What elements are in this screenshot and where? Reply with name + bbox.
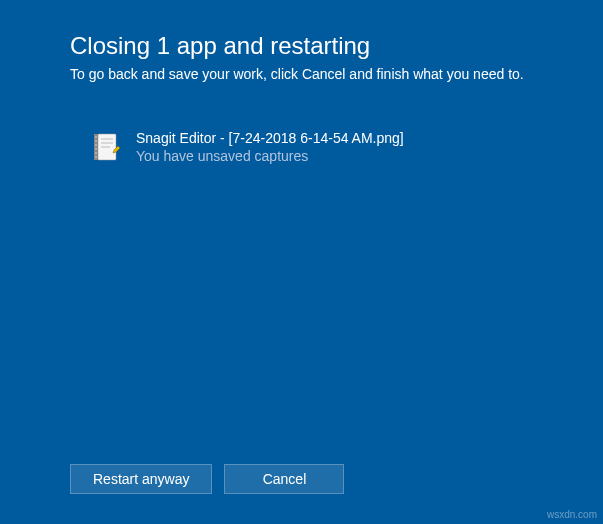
dialog-title: Closing 1 app and restarting [70,32,533,60]
svg-point-5 [95,148,97,150]
watermark: wsxdn.com [547,509,597,520]
svg-point-3 [95,140,97,142]
cancel-button[interactable]: Cancel [224,464,344,494]
svg-point-4 [95,144,97,146]
svg-point-7 [95,156,97,158]
dialog-subtitle: To go back and save your work, click Can… [70,66,533,82]
svg-point-2 [95,136,97,138]
app-status: You have unsaved captures [136,148,404,164]
svg-point-6 [95,152,97,154]
restart-anyway-button[interactable]: Restart anyway [70,464,212,494]
app-list-item: Snagit Editor - [7-24-2018 6-14-54 AM.pn… [92,130,533,164]
notepad-icon [92,132,120,164]
button-row: Restart anyway Cancel [70,464,344,494]
svg-rect-1 [94,134,98,160]
app-name: Snagit Editor - [7-24-2018 6-14-54 AM.pn… [136,130,404,146]
